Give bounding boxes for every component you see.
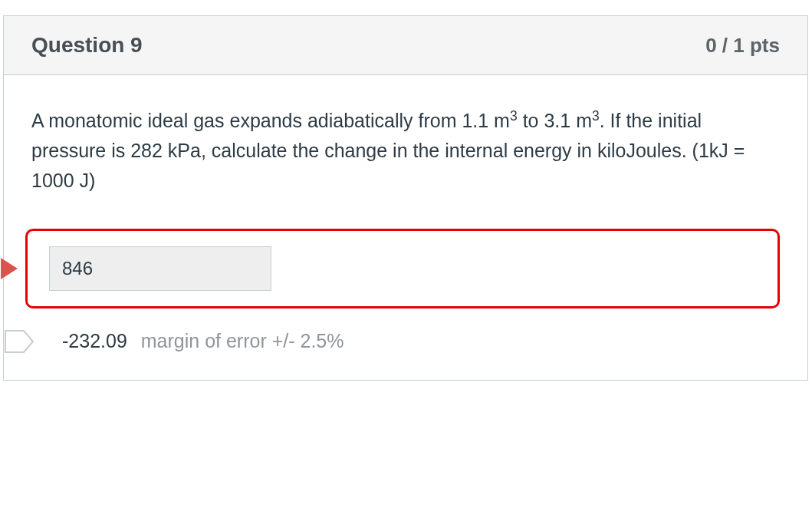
question-body: A monatomic ideal gas expands adiabatica… [4,75,807,380]
question-text-part: A monatomic ideal gas expands adiabatica… [31,110,510,131]
correct-answer-value: -232.09 [62,330,127,352]
incorrect-arrow-icon [1,258,18,279]
question-title: Question 9 [31,33,143,58]
question-header: Question 9 0 / 1 pts [4,16,807,75]
superscript: 3 [510,108,518,124]
question-container: Question 9 0 / 1 pts A monatomic ideal g… [3,15,808,381]
question-text-part: to 3.1 m [518,110,592,131]
margin-of-error-text: margin of error +/- 2.5% [141,330,344,352]
question-points: 0 / 1 pts [705,34,780,58]
answer-input[interactable] [49,246,271,291]
superscript: 3 [592,108,600,124]
correct-answer-row: -232.09 margin of error +/- 2.5% [4,330,780,352]
question-text: A monatomic ideal gas expands adiabatica… [31,106,780,195]
correct-arrow-icon [4,326,35,357]
incorrect-answer-box [25,229,780,308]
user-answer-row [4,229,780,308]
